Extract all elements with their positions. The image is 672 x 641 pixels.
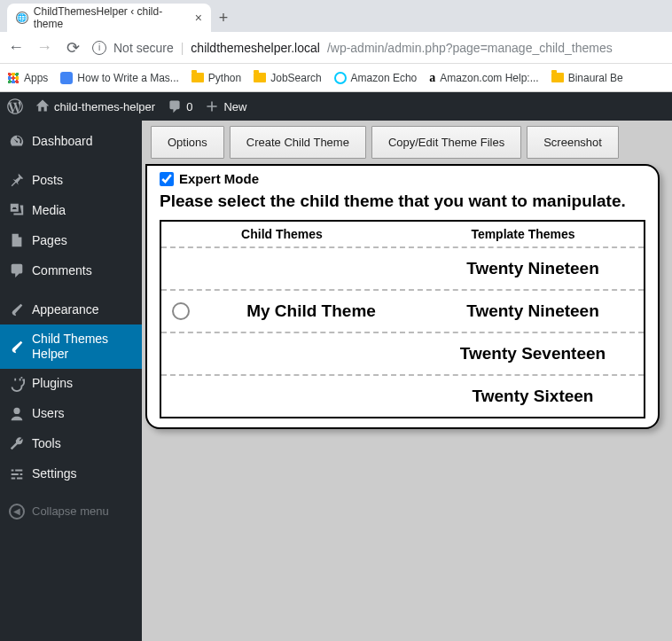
url-field[interactable]: i Not secure | childthemeshelper.local/w… [92,41,665,55]
theme-row[interactable]: My Child Theme Twenty Nineteen [161,291,644,333]
bookmark-amazon-help[interactable]: aAmazon.com Help:... [429,71,538,85]
amazon-icon: a [429,71,435,85]
chevron-left-icon: ◀ [9,504,25,520]
tab-title: ChildThemesHelper ‹ child-theme [34,5,190,30]
bookmark-label: Amazon.com Help:... [440,72,538,84]
panel: Expert Mode Please select the child them… [145,164,660,429]
bookmark-binaural[interactable]: Binaural Be [551,72,623,84]
sidebar-item-child-themes-helper[interactable]: Child Themes Helper [0,324,142,369]
sidebar-label: Settings [32,466,77,481]
expert-mode-toggle[interactable]: Expert Mode [160,171,649,186]
collapse-label: Collapse menu [32,504,109,518]
separator: | [181,41,184,55]
col-header-template: Template Themes [402,222,644,246]
security-status: Not secure [113,41,174,55]
bookmark-label: How to Write a Mas... [77,72,178,84]
sidebar-label: Appearance [32,302,99,317]
folder-icon [551,73,564,82]
globe-icon: 🌐 [16,12,28,24]
bookmark-label: Amazon Echo [351,72,418,84]
bookmark-apps[interactable]: Apps [7,72,48,84]
collapse-menu[interactable]: ◀Collapse menu [0,496,142,527]
wp-admin-bar: child-themes-helper 0 New [0,92,672,121]
url-domain: childthemeshelper.local [191,41,320,55]
theme-row[interactable]: Twenty Nineteen [161,248,644,291]
sidebar-label: Plugins [32,376,73,391]
tab-screenshot[interactable]: Screenshot [527,126,619,159]
wrench-icon [9,436,25,452]
tab-copy-edit-theme-files[interactable]: Copy/Edit Theme Files [371,126,521,159]
template-theme-cell: Twenty Sixteen [422,376,644,417]
comment-icon [9,262,25,278]
themes-table: Child Themes Template Themes Twenty Nine… [160,220,645,418]
sidebar-item-tools[interactable]: Tools [0,429,142,459]
back-button[interactable]: ← [7,38,25,57]
forward-button[interactable]: → [35,38,53,57]
home-icon [35,99,50,113]
sidebar-label: Posts [32,173,63,188]
adminbar-comments[interactable]: 0 [168,99,192,113]
pin-icon [9,172,25,188]
bookmark-jobsearch[interactable]: JobSearch [254,72,321,84]
page-icon [60,72,73,84]
sidebar-label: Comments [32,263,92,278]
close-icon[interactable]: × [195,11,202,25]
sidebar-item-comments[interactable]: Comments [0,255,142,285]
radio-cell [161,386,200,407]
bookmark-write-masterclass[interactable]: How to Write a Mas... [60,72,178,84]
comment-count: 0 [186,100,192,113]
sidebar-item-posts[interactable]: Posts [0,165,142,195]
sliders-icon [9,466,25,482]
user-icon [9,406,25,422]
adminbar-site-link[interactable]: child-themes-helper [35,99,155,113]
radio-cell [161,258,200,279]
sidebar-item-settings[interactable]: Settings [0,459,142,489]
expert-mode-checkbox[interactable] [160,172,174,186]
bookmark-python[interactable]: Python [191,72,241,84]
adminbar-new[interactable]: New [205,99,246,113]
browser-tab[interactable]: 🌐 ChildThemesHelper ‹ child-theme × [7,4,211,32]
plug-icon [9,376,25,392]
site-name: child-themes-helper [54,100,155,113]
bookmarks-bar: Apps How to Write a Mas... Python JobSea… [0,64,672,92]
info-icon[interactable]: i [92,41,106,55]
sidebar-label: Pages [32,233,67,248]
sidebar-label: Child Themes Helper [32,332,133,362]
tab-options[interactable]: Options [151,126,224,159]
sidebar-label: Media [32,203,66,218]
child-theme-cell [200,343,422,364]
sidebar-item-pages[interactable]: Pages [0,225,142,255]
url-path: /wp-admin/admin.php?page=manage_child_th… [327,41,613,55]
template-theme-cell: Twenty Nineteen [422,248,644,289]
tab-create-child-theme[interactable]: Create Child Theme [230,126,366,159]
new-label: New [223,100,246,113]
sidebar-label: Dashboard [32,134,93,149]
wordpress-icon [7,98,23,114]
apps-icon [7,72,20,84]
sidebar-item-appearance[interactable]: Appearance [0,294,142,324]
theme-row[interactable]: Twenty Seventeen [161,333,644,376]
wp-sidebar: Dashboard Posts Media Pages Comments App… [0,121,142,641]
child-theme-cell: My Child Theme [200,291,422,332]
comment-icon [168,99,182,113]
radio-cell [161,343,200,364]
sidebar-item-media[interactable]: Media [0,195,142,225]
wp-logo[interactable] [7,98,23,114]
page-icon [9,232,25,248]
brush-icon [9,301,25,317]
bookmark-amazon-echo[interactable]: Amazon Echo [334,72,418,84]
child-theme-cell [200,386,422,407]
address-bar: ← → ⟳ i Not secure | childthemeshelper.l… [0,32,672,64]
sidebar-item-plugins[interactable]: Plugins [0,369,142,399]
themes-table-head: Child Themes Template Themes [161,222,644,248]
radio-button[interactable] [172,302,190,320]
sidebar-item-users[interactable]: Users [0,399,142,429]
tab-row: Options Create Child Theme Copy/Edit The… [142,121,672,164]
reload-button[interactable]: ⟳ [64,38,82,58]
new-tab-button[interactable]: + [211,4,236,32]
brush-icon [9,339,25,355]
theme-row[interactable]: Twenty Sixteen [161,376,644,417]
radio-cell [161,292,200,331]
content-area: Options Create Child Theme Copy/Edit The… [142,121,672,641]
sidebar-item-dashboard[interactable]: Dashboard [0,126,142,156]
